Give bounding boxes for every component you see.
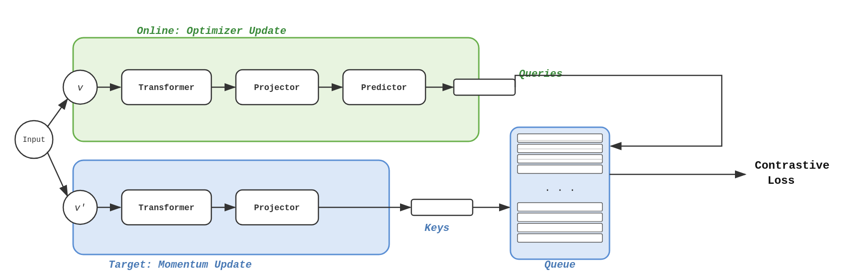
- queue-row-7: [517, 223, 602, 232]
- arrow-input-v: [47, 99, 67, 127]
- online-label: Online: Optimizer Update: [137, 25, 286, 37]
- queue-row-4: [517, 165, 602, 173]
- arrow-input-vprime: [47, 152, 67, 196]
- v-label: v: [77, 82, 83, 93]
- transformer-label-top: Transformer: [139, 83, 195, 92]
- queue-row-2: [517, 144, 602, 153]
- projector-label-top: Projector: [254, 83, 300, 92]
- queue-dots: · · ·: [544, 185, 576, 197]
- predictor-label: Predictor: [361, 83, 407, 92]
- contrastive-loss-label-line1: Contrastive: [755, 159, 829, 172]
- keys-label: Keys: [425, 222, 450, 234]
- projector-label-bottom: Projector: [254, 203, 300, 213]
- transformer-label-bottom: Transformer: [139, 203, 195, 213]
- queue-row-6: [517, 213, 602, 222]
- queue-row-8: [517, 234, 602, 242]
- v-prime-label: v': [75, 203, 86, 213]
- queries-label: Queries: [519, 68, 562, 80]
- target-label: Target: Momentum Update: [108, 259, 252, 271]
- architecture-diagram: Online: Optimizer Update Target: Momentu…: [0, 0, 868, 279]
- queue-row-1: [517, 134, 602, 142]
- contrastive-loss-label-line2: Loss: [768, 174, 795, 187]
- input-label: Input: [23, 136, 45, 144]
- keys-bar: [411, 199, 473, 215]
- queue-row-5: [517, 203, 602, 211]
- queue-row-3: [517, 155, 602, 163]
- queries-bar: [454, 79, 515, 95]
- queue-label: Queue: [544, 259, 576, 271]
- diagram-container: Online: Optimizer Update Target: Momentu…: [0, 0, 868, 279]
